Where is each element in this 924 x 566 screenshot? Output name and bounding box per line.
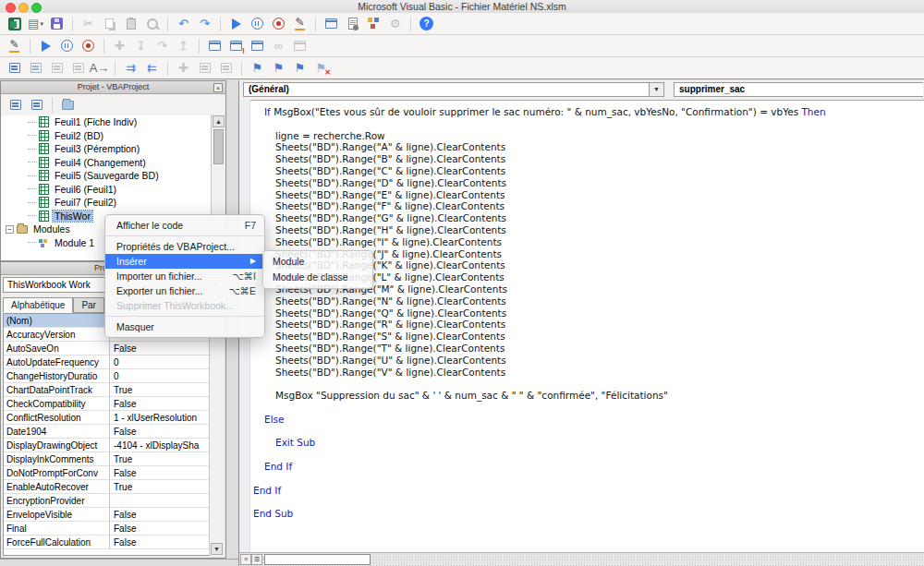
property-row[interactable]: ChangeHistoryDuratio0 xyxy=(4,369,209,383)
properties-scrollbar[interactable]: ▼ xyxy=(209,313,224,556)
zoom-traffic-light[interactable] xyxy=(31,3,42,13)
step-out-button[interactable]: ↥ xyxy=(174,37,193,55)
previous-bookmark-button[interactable]: ⚑ xyxy=(290,59,310,78)
view-object-button[interactable] xyxy=(27,96,46,114)
tree-item[interactable]: Feuil1 (Fiche Indiv) xyxy=(2,115,211,129)
clear-bookmarks-button[interactable]: ⚑✕ xyxy=(311,59,331,78)
design-mode-button[interactable]: ✎ xyxy=(290,15,310,33)
reset-button[interactable] xyxy=(269,15,288,33)
tab-categorized[interactable]: Par xyxy=(73,297,104,313)
procedure-dropdown[interactable]: supprimer_sac xyxy=(674,82,923,97)
full-module-view-button[interactable]: ☰ xyxy=(251,554,262,565)
list-properties-button[interactable] xyxy=(5,59,24,78)
property-row[interactable]: EnableAutoRecoverTrue xyxy=(4,480,209,494)
tree-item[interactable]: Feuil2 (BD) xyxy=(2,129,211,143)
scroll-up-icon[interactable]: ▲ xyxy=(213,115,225,127)
redo-button[interactable]: ↷ xyxy=(195,15,214,33)
view-code-button[interactable] xyxy=(6,96,25,114)
design-mode-button[interactable]: ✎ xyxy=(5,37,24,55)
outdent-button[interactable]: ⇇ xyxy=(142,59,162,78)
tree-item[interactable]: Feuil7 (Feuil2) xyxy=(2,196,211,210)
menu-item[interactable]: Propriétés de VBAProject... xyxy=(105,239,264,254)
property-row[interactable]: AutoSaveOnFalse xyxy=(4,342,209,355)
call-stack-button[interactable] xyxy=(290,37,310,55)
property-row[interactable]: Date1904False xyxy=(4,425,209,439)
property-row[interactable]: ChartDataPointTrackTrue xyxy=(4,383,209,397)
indent-button[interactable]: ⇉ xyxy=(121,59,140,78)
find-icon[interactable] xyxy=(142,15,162,33)
insert-userform-button[interactable]: ▤▾ xyxy=(26,15,45,33)
undo-button[interactable]: ↶ xyxy=(174,15,193,33)
comment-block-button[interactable]: ✚ xyxy=(174,59,193,78)
property-row[interactable]: ConflictResolution1 - xlUserResolution xyxy=(4,411,209,425)
property-row[interactable]: AutoUpdateFrequency0 xyxy=(4,355,209,369)
scroll-down-icon[interactable]: ▼ xyxy=(211,543,223,555)
step-over-button[interactable]: ↷ xyxy=(152,37,172,55)
menu-item[interactable]: Exporter un fichier...⌥⌘E xyxy=(105,283,264,298)
save-button[interactable] xyxy=(47,15,67,33)
bookmark-list-button[interactable] xyxy=(216,59,236,78)
excel-app-icon[interactable] xyxy=(5,15,24,33)
tree-item[interactable]: Feuil6 (Feuil1) xyxy=(2,183,211,197)
tree-item[interactable]: Feuil4 (Changement) xyxy=(2,156,211,170)
submenu-item[interactable]: Module xyxy=(263,254,372,270)
submenu-item[interactable]: Module de classe xyxy=(263,270,372,285)
toolbox-button[interactable]: ⚙ xyxy=(385,15,405,33)
minimize-traffic-light[interactable] xyxy=(18,3,29,13)
property-row[interactable]: DisplayInkCommentsTrue xyxy=(4,452,209,466)
paste-icon[interactable] xyxy=(121,15,140,33)
locals-window-button[interactable] xyxy=(205,37,225,55)
menu-item[interactable]: Insérer▶ xyxy=(105,254,264,269)
chevron-down-icon[interactable]: ▼ xyxy=(649,83,663,96)
menu-item[interactable]: Masquer xyxy=(105,319,264,334)
run-button[interactable] xyxy=(36,37,55,55)
list-constants-button[interactable] xyxy=(26,59,45,78)
menu-item[interactable]: Afficher le codeF7 xyxy=(105,218,264,233)
toggle-folders-button[interactable] xyxy=(58,96,78,114)
complete-word-button[interactable]: A→ xyxy=(90,59,109,78)
break-button[interactable] xyxy=(248,15,267,33)
tree-item[interactable]: Feuil5 (Sauvegarde BD) xyxy=(2,169,211,183)
menu-item[interactable]: Importer un fichier...⌥⌘I xyxy=(105,269,264,283)
property-row[interactable]: DoNotPromptForConvFalse xyxy=(4,466,209,480)
step-into-button[interactable]: ↧ xyxy=(131,37,151,55)
tree-expander-icon[interactable]: − xyxy=(6,225,14,234)
scrollbar-thumb[interactable] xyxy=(213,129,224,164)
next-bookmark-button[interactable]: ⚑ xyxy=(269,59,288,78)
properties-window-button[interactable] xyxy=(343,15,362,33)
code-line: Sheets("BD").Range("S" & ligne).ClearCon… xyxy=(249,331,924,343)
object-browser-button[interactable] xyxy=(364,15,383,33)
reset-button[interactable] xyxy=(79,37,98,55)
close-icon[interactable]: × xyxy=(213,83,223,92)
property-row[interactable]: FinalFalse xyxy=(4,522,209,536)
copy-icon[interactable] xyxy=(100,15,119,33)
property-row[interactable]: EncryptionProvider xyxy=(4,494,209,508)
property-row[interactable]: CheckCompatibilityFalse xyxy=(4,397,209,411)
toggle-breakpoint-button[interactable]: ✚ xyxy=(110,37,129,55)
parameter-info-button[interactable] xyxy=(68,59,88,78)
scrollbar-thumb[interactable] xyxy=(264,554,371,565)
immediate-window-button[interactable]: ! xyxy=(226,37,246,55)
property-row[interactable]: EnvelopeVisibleFalse xyxy=(4,508,209,522)
code-editor[interactable]: If MsgBox("Etes vous sûr de vouloir supp… xyxy=(249,100,924,553)
horizontal-scrollbar[interactable]: ≡ ☰ ◀ xyxy=(239,552,924,566)
break-button[interactable] xyxy=(57,37,77,55)
object-dropdown[interactable]: (Général) ▼ xyxy=(243,82,664,97)
quick-watch-button[interactable]: ∞ xyxy=(269,37,288,55)
tree-item[interactable]: Feuil3 (Péremption) xyxy=(2,142,211,156)
menu-item[interactable]: Supprimer ThisWorkbook... xyxy=(105,298,264,313)
close-traffic-light[interactable] xyxy=(6,3,16,13)
help-button[interactable]: ? xyxy=(417,15,436,33)
procedure-view-button[interactable]: ≡ xyxy=(240,554,251,565)
property-row[interactable]: ForceFullCalculationFalse xyxy=(4,536,209,549)
property-row[interactable]: DisplayDrawingObject-4104 - xlDisplaySha xyxy=(4,439,209,452)
cut-icon[interactable]: ✂ xyxy=(79,15,98,33)
dropdown-caret-icon[interactable]: ▾ xyxy=(40,20,43,28)
uncomment-block-button[interactable] xyxy=(195,59,214,78)
quick-info-button[interactable] xyxy=(47,59,67,78)
toggle-bookmark-button[interactable]: ⚑ xyxy=(248,59,267,78)
run-button[interactable] xyxy=(226,15,246,33)
watch-window-button[interactable] xyxy=(248,37,267,55)
project-explorer-button[interactable] xyxy=(322,15,341,33)
tab-alphabetic[interactable]: Alphabétique xyxy=(3,297,73,313)
